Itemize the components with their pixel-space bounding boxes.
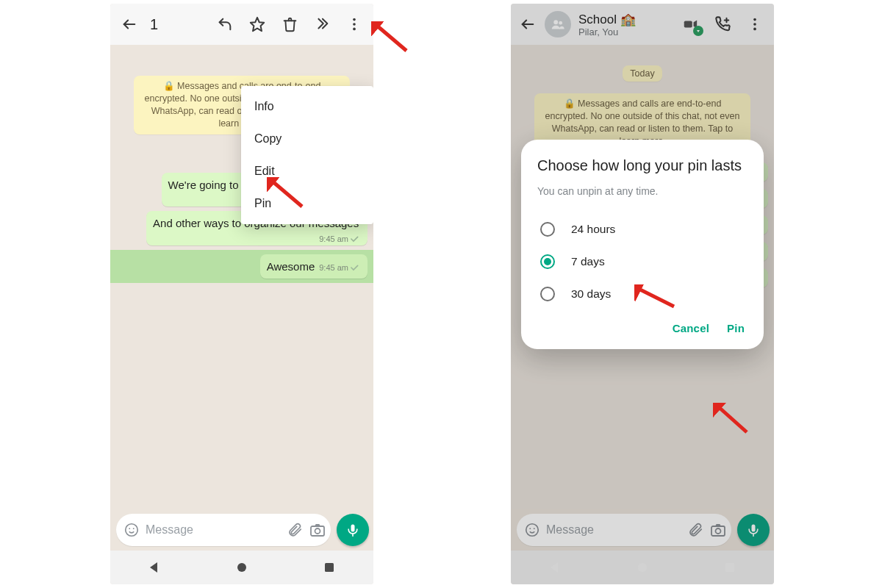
svg-point-3 [353, 23, 356, 26]
radio-label: 7 days [571, 255, 605, 268]
composer-field[interactable]: Message [116, 514, 331, 546]
nav-recent[interactable] [321, 559, 337, 576]
pin-duration-dialog: Choose how long your pin lasts You can u… [521, 140, 764, 349]
reply-button[interactable] [210, 10, 240, 39]
emoji-icon [123, 522, 140, 538]
attach-icon[interactable] [287, 522, 303, 538]
svg-line-33 [377, 26, 406, 51]
radio-icon [540, 222, 555, 237]
menu-item-pin[interactable]: Pin [241, 187, 373, 220]
svg-point-5 [126, 524, 138, 537]
camera-icon[interactable] [309, 521, 326, 539]
phone-left: 1 🔒 Messages and calls are end-to-end en… [110, 4, 373, 584]
annotation-arrow-icon [371, 21, 408, 52]
chat-body: 🔒 Messages and calls are end-to-end encr… [110, 45, 373, 509]
back-button[interactable] [115, 10, 144, 39]
delete-button[interactable] [275, 10, 304, 39]
more-button[interactable] [340, 10, 369, 39]
star-button[interactable] [243, 10, 272, 39]
star-icon [249, 16, 265, 32]
svg-rect-8 [311, 526, 324, 536]
dialog-pin-button[interactable]: Pin [727, 322, 745, 334]
svg-marker-11 [150, 562, 157, 573]
svg-point-6 [129, 528, 130, 529]
svg-point-9 [315, 528, 320, 534]
menu-item-info[interactable]: Info [241, 90, 373, 123]
selection-header: 1 [110, 4, 373, 45]
menu-item-copy[interactable]: Copy [241, 123, 373, 155]
dialog-title: Choose how long your pin lasts [537, 156, 747, 175]
reply-icon [217, 16, 233, 32]
svg-point-4 [353, 28, 356, 31]
radio-label: 30 days [571, 287, 611, 301]
dialog-subtitle: You can unpin at any time. [537, 185, 747, 197]
dialog-cancel-button[interactable]: Cancel [673, 322, 709, 334]
radio-option-7d[interactable]: 7 days [537, 245, 747, 278]
radio-label: 24 hours [571, 223, 615, 236]
menu-item-edit[interactable]: Edit [241, 155, 373, 187]
composer-placeholder: Message [146, 523, 281, 537]
svg-rect-13 [325, 563, 334, 572]
overflow-menu: Info Copy Edit Pin [241, 86, 373, 224]
nav-home[interactable] [234, 559, 250, 576]
svg-point-7 [133, 528, 135, 529]
selection-count: 1 [150, 16, 158, 33]
dialog-actions: Cancel Pin [537, 310, 747, 342]
mic-icon [345, 523, 360, 537]
phone-right: School 🏫 Pilar, You Today 🔒 Messages and… [511, 4, 774, 584]
check-icon [351, 235, 361, 243]
svg-point-12 [237, 563, 246, 572]
trash-icon [282, 17, 298, 32]
message-bubble: Awesome 9:45 am [260, 254, 368, 279]
composer: Message [110, 509, 373, 551]
arrow-left-icon [121, 16, 137, 32]
android-navbar [110, 551, 373, 584]
radio-option-24h[interactable]: 24 hours [537, 213, 747, 245]
message-meta: 9:45 am [319, 234, 361, 244]
radio-option-30d[interactable]: 30 days [537, 278, 747, 310]
svg-marker-1 [251, 18, 264, 31]
message-text: Awesome [267, 260, 315, 273]
nav-back[interactable] [146, 559, 162, 576]
more-vert-icon [346, 16, 362, 32]
radio-icon [540, 287, 555, 301]
svg-point-2 [353, 18, 356, 21]
forward-icon [314, 16, 330, 32]
radio-icon [540, 254, 555, 269]
message-row-selected[interactable]: Awesome 9:45 am [110, 250, 373, 283]
mic-button[interactable] [337, 514, 369, 546]
message-meta: 9:45 am [319, 262, 361, 273]
forward-button[interactable] [307, 10, 337, 39]
check-icon [351, 264, 361, 271]
